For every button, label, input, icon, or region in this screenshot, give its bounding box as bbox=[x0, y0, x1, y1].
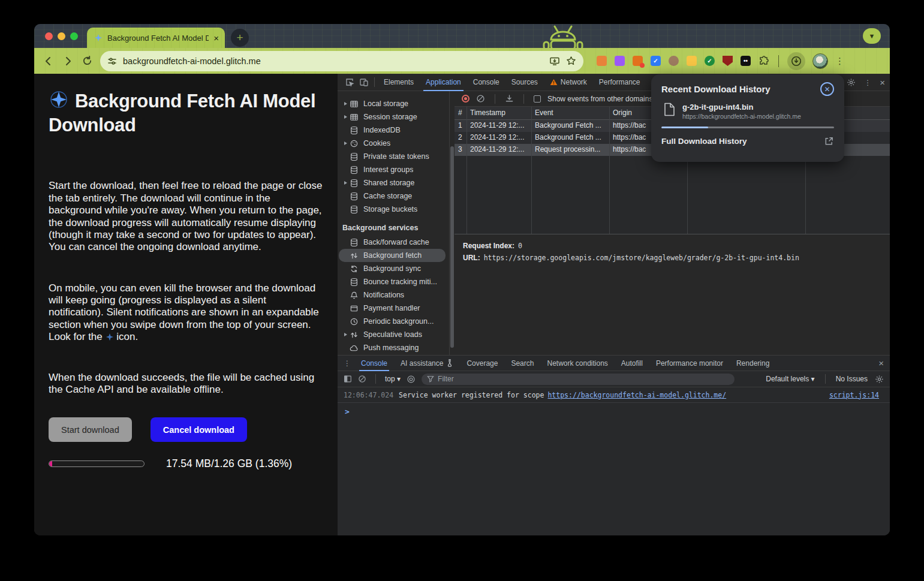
tab-close-icon[interactable]: × bbox=[213, 34, 219, 43]
browser-tab[interactable]: Background Fetch AI Model D × bbox=[87, 28, 225, 48]
console-filter-input[interactable]: Filter bbox=[422, 374, 735, 385]
drawer-tab-network-conditions[interactable]: Network conditions bbox=[540, 356, 614, 371]
tab-search-chevron-button[interactable]: ▼ bbox=[863, 28, 881, 44]
column-header-timestamp[interactable]: Timestamp bbox=[466, 107, 531, 119]
expander-triangle-icon[interactable] bbox=[341, 181, 350, 185]
inspect-element-icon[interactable] bbox=[342, 76, 357, 88]
sidebar-item-storage-buckets[interactable]: Storage buckets bbox=[339, 203, 446, 216]
drawer-close-icon[interactable]: × bbox=[878, 359, 884, 368]
site-settings-icon[interactable] bbox=[107, 56, 117, 66]
drawer-tab-search[interactable]: Search bbox=[504, 356, 540, 371]
devtools-tab-network[interactable]: Network bbox=[544, 74, 593, 91]
sidebar-item-indexeddb[interactable]: IndexedDB bbox=[339, 124, 446, 137]
log-source-link[interactable]: script.js:14 bbox=[829, 391, 884, 399]
expander-triangle-icon[interactable] bbox=[341, 142, 350, 145]
extension-construction-icon[interactable] bbox=[687, 56, 697, 66]
devtools-tab-sources[interactable]: Sources bbox=[505, 74, 544, 91]
live-expression-icon[interactable] bbox=[407, 375, 416, 384]
drawer-tab-autofill[interactable]: Autofill bbox=[615, 356, 649, 371]
devtools-close-icon[interactable]: × bbox=[880, 78, 885, 87]
sidebar-item-background-fetch[interactable]: Background fetch bbox=[339, 249, 446, 262]
downloads-button[interactable] bbox=[787, 52, 805, 70]
record-events-button[interactable] bbox=[462, 95, 469, 103]
clear-console-icon[interactable] bbox=[358, 375, 366, 383]
new-tab-button[interactable]: + bbox=[231, 29, 249, 47]
sidebar-item-bounce-tracking-miti[interactable]: Bounce tracking miti... bbox=[339, 275, 446, 288]
device-toolbar-icon[interactable] bbox=[357, 76, 371, 88]
console-prompt-chevron[interactable]: > bbox=[338, 403, 890, 416]
extension-fox-icon[interactable] bbox=[597, 56, 607, 66]
sidebar-item-background-sync[interactable]: Background sync bbox=[339, 262, 446, 275]
drawer-tab-rendering[interactable]: Rendering bbox=[730, 356, 776, 371]
save-events-icon[interactable] bbox=[505, 94, 514, 103]
download-item[interactable]: g-2b-it-gpu-int4.bin https://backgroundf… bbox=[661, 103, 834, 120]
devtools-tab-elements[interactable]: Elements bbox=[378, 74, 420, 91]
default-levels-dropdown[interactable]: Default levels ▾ bbox=[766, 375, 814, 383]
back-button[interactable] bbox=[43, 55, 55, 67]
sidebar-item-cookies[interactable]: Cookies bbox=[339, 137, 446, 150]
drawer-tab-console[interactable]: Console bbox=[354, 356, 394, 371]
cancel-download-button[interactable]: Cancel download bbox=[151, 417, 247, 442]
sidebar-item-shared-storage[interactable]: Shared storage bbox=[339, 176, 446, 189]
sidebar-item-periodic-backgroun[interactable]: Periodic backgroun... bbox=[339, 315, 446, 328]
full-download-history-link[interactable]: Full Download History bbox=[661, 137, 747, 146]
sidebar-scrollbar[interactable] bbox=[450, 146, 454, 348]
bookmark-star-icon[interactable] bbox=[566, 56, 576, 66]
expander-triangle-icon[interactable] bbox=[341, 115, 350, 119]
devtools-tab-application[interactable]: Application bbox=[420, 74, 467, 91]
extension-green-shield-check-icon[interactable]: ✓ bbox=[705, 56, 715, 66]
devtools-settings-gear-icon[interactable] bbox=[847, 78, 856, 87]
sidebar-item-private-state-tokens[interactable]: Private state tokens bbox=[339, 150, 446, 163]
external-link-icon[interactable] bbox=[824, 136, 834, 146]
sidebar-item-cache-storage[interactable]: Cache storage bbox=[339, 189, 446, 203]
sidebar-item-speculative-loads[interactable]: Speculative loads bbox=[339, 328, 446, 341]
devtools-tab-performance[interactable]: Performance bbox=[593, 74, 646, 91]
extensions-puzzle-icon[interactable] bbox=[758, 55, 770, 67]
address-bar[interactable]: backgroundfetch-ai-model.glitch.me bbox=[100, 51, 583, 71]
drawer-tab-coverage[interactable]: Coverage bbox=[460, 356, 504, 371]
drawer-menu-icon[interactable]: ⋮ bbox=[340, 357, 354, 369]
sidebar-item-notifications[interactable]: Notifications bbox=[339, 288, 446, 302]
sidebar-item-push-messaging[interactable]: Push messaging bbox=[339, 341, 446, 354]
popup-close-icon[interactable]: ✕ bbox=[820, 82, 834, 96]
sidebar-item-local-storage[interactable]: Local storage bbox=[339, 97, 446, 110]
column-header-event[interactable]: Event bbox=[531, 107, 609, 119]
start-download-button[interactable]: Start download bbox=[49, 417, 132, 442]
show-events-checkbox[interactable] bbox=[534, 95, 541, 103]
drawer-tab-performance-monitor[interactable]: Performance monitor bbox=[649, 356, 730, 371]
drawer-tab-ai-assistance[interactable]: AI assistance bbox=[394, 356, 460, 371]
expander-triangle-icon[interactable] bbox=[341, 102, 350, 106]
send-to-device-icon[interactable] bbox=[549, 56, 560, 66]
close-window-button[interactable] bbox=[45, 32, 53, 40]
profile-avatar[interactable] bbox=[812, 53, 828, 69]
maximize-window-button[interactable] bbox=[70, 32, 78, 40]
extension-purple-layers-icon[interactable] bbox=[615, 56, 625, 66]
extension-monkey-icon[interactable] bbox=[669, 56, 679, 66]
minimize-window-button[interactable] bbox=[58, 32, 65, 40]
devtools-tab-console[interactable]: Console bbox=[467, 74, 505, 91]
devtools-menu-icon[interactable]: ⋮ bbox=[864, 79, 871, 87]
browser-menu-icon[interactable]: ⋮ bbox=[835, 56, 844, 67]
console-sidebar-toggle-icon[interactable] bbox=[344, 375, 352, 383]
extension-orange-boxes-icon[interactable] bbox=[633, 56, 643, 66]
detail-url-value: https://storage.googleapis.com/jmstore/k… bbox=[484, 254, 799, 262]
sidebar-item-payment-handler[interactable]: Payment handler bbox=[339, 302, 446, 315]
log-scope-link[interactable]: https://backgroundfetch-ai-model.glitch.… bbox=[547, 391, 726, 399]
expander-triangle-icon[interactable] bbox=[341, 333, 350, 336]
context-selector[interactable]: top ▾ bbox=[385, 375, 401, 383]
sidebar-item-back-forward-cache[interactable]: Back/forward cache bbox=[339, 236, 446, 249]
url-text[interactable]: backgroundfetch-ai-model.glitch.me bbox=[123, 56, 543, 66]
forward-button[interactable] bbox=[62, 55, 74, 67]
extension-blue-check-icon[interactable]: ✓ bbox=[651, 56, 661, 66]
issues-counter[interactable]: No Issues bbox=[836, 375, 868, 383]
extension-red-shield-icon[interactable] bbox=[723, 56, 733, 66]
cookie-icon bbox=[350, 139, 359, 148]
sidebar-item-interest-groups[interactable]: Interest groups bbox=[339, 163, 446, 176]
sidebar-item-session-storage[interactable]: Session storage bbox=[339, 110, 446, 124]
event-cell: Background Fetch ... bbox=[531, 120, 609, 132]
clear-events-icon[interactable] bbox=[476, 94, 485, 103]
reload-button[interactable] bbox=[81, 55, 93, 67]
extension-dark-eyes-icon[interactable]: •• bbox=[741, 56, 751, 66]
console-settings-gear-icon[interactable] bbox=[875, 375, 884, 384]
column-header-[interactable]: # bbox=[455, 107, 466, 119]
